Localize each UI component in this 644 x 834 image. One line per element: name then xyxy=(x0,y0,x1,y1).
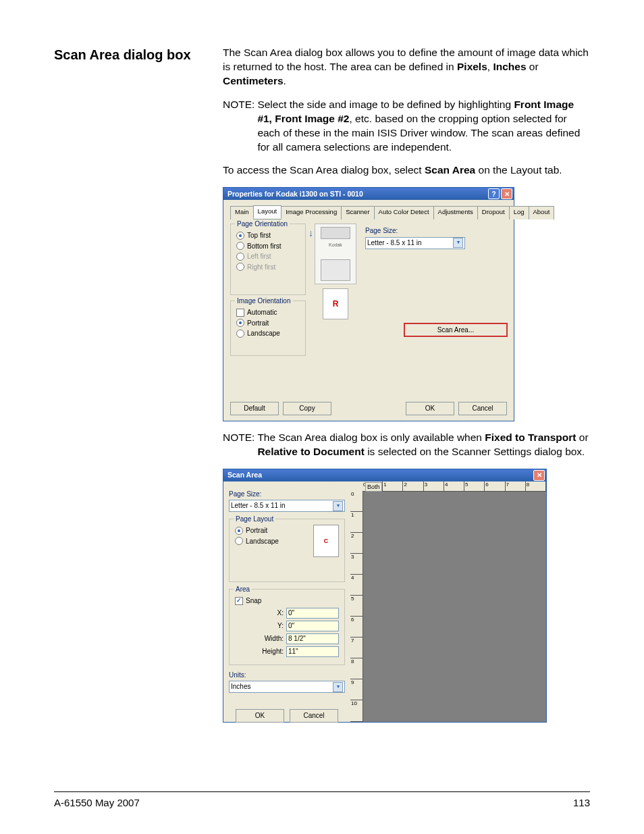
tab-dropout[interactable]: Dropout xyxy=(477,206,510,219)
radio-portrait-2[interactable]: Portrait xyxy=(235,526,279,536)
close-icon[interactable]: ✕ xyxy=(501,188,512,199)
page-size-dropdown-2[interactable]: Letter - 8.5 x 11 in ▾ xyxy=(229,500,345,512)
tab-main[interactable]: Main xyxy=(230,206,254,219)
image-orientation-legend: Image Orientation xyxy=(235,296,293,306)
tab-log[interactable]: Log xyxy=(509,206,529,219)
ok-button-2[interactable]: OK xyxy=(236,709,284,723)
paragraph-2: To access the Scan Area dialog box, sele… xyxy=(223,163,590,178)
tab-auto-color-detect[interactable]: Auto Color Detect xyxy=(374,206,434,219)
tab-layout[interactable]: Layout xyxy=(253,205,282,219)
tab-about[interactable]: About xyxy=(529,206,555,219)
radio-top-first[interactable]: Top first xyxy=(236,231,300,240)
x-input[interactable]: 0" xyxy=(286,608,339,619)
radio-left-first: Left first xyxy=(236,252,300,261)
footer-page-number: 113 xyxy=(573,796,590,810)
tab-scanner[interactable]: Scanner xyxy=(341,206,374,219)
ok-button[interactable]: OK xyxy=(406,402,454,415)
page-size-label-2: Page Size: xyxy=(229,490,345,499)
checkbox-snap[interactable]: ✓Snap xyxy=(235,596,339,606)
default-button[interactable]: Default xyxy=(230,402,279,415)
ruler-vertical: 0 1 2 3 4 5 6 7 8 9 10 xyxy=(350,491,363,722)
preview-area[interactable]: 0 1 2 3 4 5 6 7 8 xyxy=(350,481,546,722)
radio-portrait[interactable]: Portrait xyxy=(236,319,300,328)
radio-bottom-first[interactable]: Bottom first xyxy=(236,242,300,251)
y-input[interactable]: 0" xyxy=(286,621,339,631)
cancel-button-2[interactable]: Cancel xyxy=(290,709,338,723)
paragraph-1: The Scan Area dialog box allows you to d… xyxy=(223,46,590,88)
note-1: NOTE: Select the side and image to be de… xyxy=(223,98,590,155)
scan-area-button[interactable]: Scan Area... xyxy=(404,323,507,337)
page-size-dropdown[interactable]: Letter - 8.5 x 11 in ▾ xyxy=(365,237,465,249)
checkbox-automatic[interactable]: Automatic xyxy=(236,308,300,317)
radio-landscape-2[interactable]: Landscape xyxy=(235,537,279,546)
radio-right-first: Right first xyxy=(236,263,300,272)
ruler-horizontal: 0 1 2 3 4 5 6 7 8 xyxy=(363,481,546,492)
units-dropdown[interactable]: Inches ▾ xyxy=(229,681,345,693)
cancel-button[interactable]: Cancel xyxy=(458,402,507,415)
scan-area-dialog: Scan Area ✕ Page Size: Letter - 8.5 x 11… xyxy=(223,469,547,723)
footer-doc-id: A-61550 May 2007 xyxy=(54,796,140,810)
dialog-title-2: Scan Area xyxy=(227,470,262,479)
help-icon[interactable]: ? xyxy=(488,188,500,199)
layout-thumb-1: C xyxy=(313,525,339,557)
document-icon: R xyxy=(323,288,348,319)
scanner-illustration: Kodak ↓ xyxy=(315,224,356,284)
height-input[interactable]: 11" xyxy=(286,646,339,657)
copy-button[interactable]: Copy xyxy=(283,402,331,415)
units-label: Units: xyxy=(229,671,345,680)
section-heading: Scan Area dialog box xyxy=(54,46,211,64)
tab-strip: Main Layout Image Processing Scanner Aut… xyxy=(230,205,507,219)
properties-dialog: Properties for Kodak i1300 on STI - 0010… xyxy=(223,187,514,421)
page-orientation-legend: Page Orientation xyxy=(235,219,290,229)
both-label: Both xyxy=(365,482,382,492)
close-icon[interactable]: ✕ xyxy=(533,470,545,481)
dialog-title: Properties for Kodak i1300 on STI - 0010 xyxy=(227,189,363,199)
radio-landscape[interactable]: Landscape xyxy=(236,329,300,338)
chevron-down-icon: ▾ xyxy=(333,501,343,511)
tab-adjustments[interactable]: Adjustments xyxy=(433,206,478,219)
note-2: NOTE: The Scan Area dialog box is only a… xyxy=(223,431,590,459)
page-size-label: Page Size: xyxy=(365,226,507,236)
width-input[interactable]: 8 1/2" xyxy=(286,633,339,644)
tab-image-processing[interactable]: Image Processing xyxy=(281,206,342,219)
area-legend: Area xyxy=(234,585,252,594)
chevron-down-icon: ▾ xyxy=(333,682,343,692)
chevron-down-icon: ▾ xyxy=(453,238,463,248)
page-layout-legend: Page Layout xyxy=(234,515,275,524)
